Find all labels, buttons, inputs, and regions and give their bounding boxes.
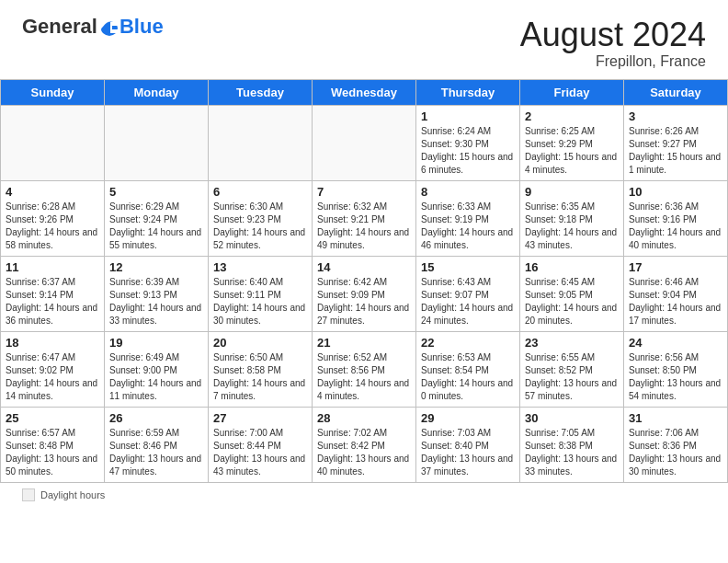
day-info: Sunrise: 6:40 AMSunset: 9:11 PMDaylight:…: [213, 276, 307, 327]
table-row: 6Sunrise: 6:30 AMSunset: 9:23 PMDaylight…: [209, 180, 313, 256]
table-row: 9Sunrise: 6:35 AMSunset: 9:18 PMDaylight…: [520, 180, 624, 256]
table-row: 15Sunrise: 6:43 AMSunset: 9:07 PMDayligh…: [416, 256, 520, 331]
day-info: Sunrise: 6:26 AMSunset: 9:27 PMDaylight:…: [629, 125, 722, 177]
calendar-week-row: 18Sunrise: 6:47 AMSunset: 9:02 PMDayligh…: [1, 331, 728, 407]
day-number: 7: [317, 185, 411, 199]
table-row: 8Sunrise: 6:33 AMSunset: 9:19 PMDaylight…: [416, 180, 520, 256]
daylight-box: [22, 488, 35, 501]
day-info: Sunrise: 6:35 AMSunset: 9:18 PMDaylight:…: [525, 201, 619, 252]
day-number: 14: [317, 260, 411, 274]
day-number: 30: [525, 411, 619, 425]
header-friday: Friday: [520, 79, 624, 105]
day-info: Sunrise: 6:37 AMSunset: 9:14 PMDaylight:…: [6, 276, 99, 327]
table-row: 1Sunrise: 6:24 AMSunset: 9:30 PMDaylight…: [416, 105, 520, 180]
title-block: August 2024 Frepillon, France: [520, 17, 706, 70]
table-row: 24Sunrise: 6:56 AMSunset: 8:50 PMDayligh…: [624, 331, 728, 407]
table-row: 7Sunrise: 6:32 AMSunset: 9:21 PMDaylight…: [313, 180, 416, 256]
day-info: Sunrise: 7:05 AMSunset: 8:38 PMDaylight:…: [525, 427, 619, 478]
day-number: 11: [6, 260, 99, 274]
calendar-table: Sunday Monday Tuesday Wednesday Thursday…: [0, 79, 728, 483]
day-info: Sunrise: 6:50 AMSunset: 8:58 PMDaylight:…: [213, 351, 307, 403]
footer: Daylight hours: [0, 483, 728, 507]
day-info: Sunrise: 6:30 AMSunset: 9:23 PMDaylight:…: [213, 201, 307, 252]
day-number: 10: [629, 185, 722, 199]
header-saturday: Saturday: [624, 79, 728, 105]
day-number: 21: [317, 336, 411, 350]
table-row: 27Sunrise: 7:00 AMSunset: 8:44 PMDayligh…: [209, 407, 313, 482]
table-row: 18Sunrise: 6:47 AMSunset: 9:02 PMDayligh…: [1, 331, 105, 407]
day-info: Sunrise: 6:39 AMSunset: 9:13 PMDaylight:…: [109, 276, 203, 327]
day-info: Sunrise: 6:59 AMSunset: 8:46 PMDaylight:…: [109, 427, 203, 478]
table-row: 16Sunrise: 6:45 AMSunset: 9:05 PMDayligh…: [520, 256, 624, 331]
month-year-title: August 2024: [520, 17, 706, 53]
day-number: 19: [109, 336, 203, 350]
calendar-week-row: 1Sunrise: 6:24 AMSunset: 9:30 PMDaylight…: [1, 105, 728, 180]
day-number: 4: [6, 185, 99, 199]
day-number: 9: [525, 185, 619, 199]
table-row: [209, 105, 313, 180]
day-number: 13: [213, 260, 307, 274]
day-info: Sunrise: 6:33 AMSunset: 9:19 PMDaylight:…: [421, 201, 515, 252]
day-number: 3: [629, 109, 722, 123]
table-row: 17Sunrise: 6:46 AMSunset: 9:04 PMDayligh…: [624, 256, 728, 331]
calendar-week-row: 25Sunrise: 6:57 AMSunset: 8:48 PMDayligh…: [1, 407, 728, 482]
table-row: 10Sunrise: 6:36 AMSunset: 9:16 PMDayligh…: [624, 180, 728, 256]
table-row: 2Sunrise: 6:25 AMSunset: 9:29 PMDaylight…: [520, 105, 624, 180]
day-info: Sunrise: 6:49 AMSunset: 9:00 PMDaylight:…: [109, 351, 203, 403]
day-number: 5: [109, 185, 203, 199]
day-number: 27: [213, 411, 307, 425]
table-row: [313, 105, 416, 180]
header-tuesday: Tuesday: [209, 79, 313, 105]
day-info: Sunrise: 6:47 AMSunset: 9:02 PMDaylight:…: [6, 351, 99, 403]
daylight-label: Daylight hours: [40, 489, 105, 500]
day-info: Sunrise: 6:42 AMSunset: 9:09 PMDaylight:…: [317, 276, 411, 327]
table-row: 22Sunrise: 6:53 AMSunset: 8:54 PMDayligh…: [416, 331, 520, 407]
logo-icon: [99, 17, 119, 37]
header-thursday: Thursday: [416, 79, 520, 105]
table-row: 26Sunrise: 6:59 AMSunset: 8:46 PMDayligh…: [105, 407, 209, 482]
day-number: 17: [629, 260, 722, 274]
day-number: 29: [421, 411, 515, 425]
day-info: Sunrise: 6:57 AMSunset: 8:48 PMDaylight:…: [6, 427, 99, 478]
day-number: 23: [525, 336, 619, 350]
day-info: Sunrise: 7:02 AMSunset: 8:42 PMDaylight:…: [317, 427, 411, 478]
day-info: Sunrise: 6:43 AMSunset: 9:07 PMDaylight:…: [421, 276, 515, 327]
day-info: Sunrise: 6:46 AMSunset: 9:04 PMDaylight:…: [629, 276, 722, 327]
calendar-header-row: Sunday Monday Tuesday Wednesday Thursday…: [1, 79, 728, 105]
table-row: [105, 105, 209, 180]
header-sunday: Sunday: [1, 79, 105, 105]
day-info: Sunrise: 6:32 AMSunset: 9:21 PMDaylight:…: [317, 201, 411, 252]
day-number: 12: [109, 260, 203, 274]
location-subtitle: Frepillon, France: [520, 53, 706, 70]
table-row: 28Sunrise: 7:02 AMSunset: 8:42 PMDayligh…: [313, 407, 416, 482]
calendar-week-row: 11Sunrise: 6:37 AMSunset: 9:14 PMDayligh…: [1, 256, 728, 331]
day-number: 1: [421, 109, 515, 123]
table-row: 30Sunrise: 7:05 AMSunset: 8:38 PMDayligh…: [520, 407, 624, 482]
table-row: 20Sunrise: 6:50 AMSunset: 8:58 PMDayligh…: [209, 331, 313, 407]
day-info: Sunrise: 6:29 AMSunset: 9:24 PMDaylight:…: [109, 201, 203, 252]
table-row: 31Sunrise: 7:06 AMSunset: 8:36 PMDayligh…: [624, 407, 728, 482]
day-info: Sunrise: 6:52 AMSunset: 8:56 PMDaylight:…: [317, 351, 411, 403]
page-header: General Blue August 2024 Frepillon, Fran…: [0, 0, 728, 79]
table-row: 11Sunrise: 6:37 AMSunset: 9:14 PMDayligh…: [1, 256, 105, 331]
day-number: 22: [421, 336, 515, 350]
table-row: 12Sunrise: 6:39 AMSunset: 9:13 PMDayligh…: [105, 256, 209, 331]
day-info: Sunrise: 6:55 AMSunset: 8:52 PMDaylight:…: [525, 351, 619, 403]
day-number: 25: [6, 411, 99, 425]
header-monday: Monday: [105, 79, 209, 105]
table-row: 3Sunrise: 6:26 AMSunset: 9:27 PMDaylight…: [624, 105, 728, 180]
day-info: Sunrise: 7:03 AMSunset: 8:40 PMDaylight:…: [421, 427, 515, 478]
day-info: Sunrise: 6:53 AMSunset: 8:54 PMDaylight:…: [421, 351, 515, 403]
day-number: 6: [213, 185, 307, 199]
calendar-week-row: 4Sunrise: 6:28 AMSunset: 9:26 PMDaylight…: [1, 180, 728, 256]
table-row: 29Sunrise: 7:03 AMSunset: 8:40 PMDayligh…: [416, 407, 520, 482]
table-row: 5Sunrise: 6:29 AMSunset: 9:24 PMDaylight…: [105, 180, 209, 256]
table-row: 4Sunrise: 6:28 AMSunset: 9:26 PMDaylight…: [1, 180, 105, 256]
table-row: [1, 105, 105, 180]
day-number: 26: [109, 411, 203, 425]
day-number: 16: [525, 260, 619, 274]
header-wednesday: Wednesday: [313, 79, 416, 105]
day-info: Sunrise: 7:06 AMSunset: 8:36 PMDaylight:…: [629, 427, 722, 478]
logo-general-text: General: [22, 17, 97, 37]
day-info: Sunrise: 6:24 AMSunset: 9:30 PMDaylight:…: [421, 125, 515, 177]
